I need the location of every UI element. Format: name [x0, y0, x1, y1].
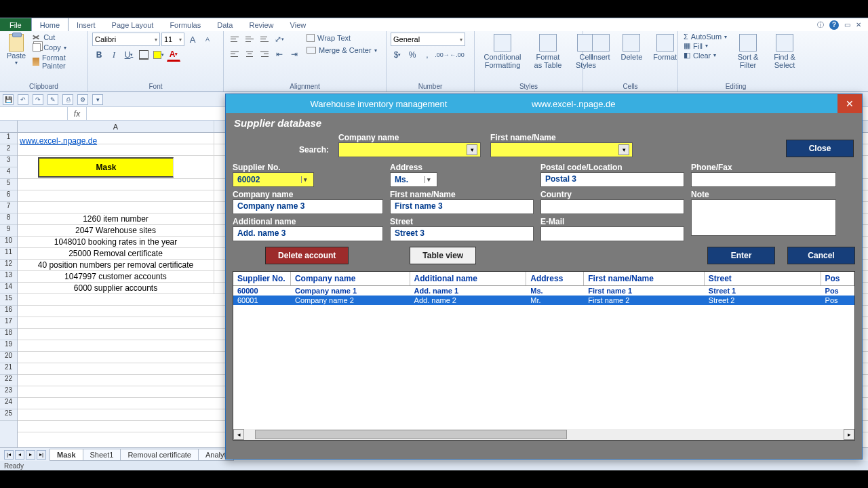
list-header-postal[interactable]: Pos: [821, 272, 854, 285]
autosum-button[interactable]: ΣAutoSum▾: [682, 33, 728, 41]
shrink-font-button[interactable]: A: [201, 33, 214, 46]
find-select-button[interactable]: Find & Select: [768, 33, 802, 70]
align-center-button[interactable]: [243, 47, 256, 61]
country-field[interactable]: [540, 199, 684, 214]
tab-formulas[interactable]: Formulas: [161, 18, 209, 31]
delete-account-button[interactable]: Delete account: [265, 247, 349, 264]
bold-button[interactable]: B: [92, 48, 106, 62]
sheet-tab-removal[interactable]: Removal certificate: [120, 449, 199, 461]
increase-indent-button[interactable]: ⇥: [288, 47, 301, 61]
tab-home[interactable]: Home: [31, 18, 68, 31]
tab-review[interactable]: Review: [241, 18, 281, 31]
align-bottom-button[interactable]: [258, 33, 271, 46]
tab-data[interactable]: Data: [209, 18, 241, 31]
qat-save-button[interactable]: 💾: [3, 94, 14, 105]
decrease-decimal-button[interactable]: ←.00: [450, 48, 464, 62]
note-field[interactable]: [691, 199, 836, 236]
sort-filter-button[interactable]: Sort & Filter: [731, 33, 765, 70]
help-icon[interactable]: ?: [829, 20, 839, 30]
percent-button[interactable]: %: [406, 48, 419, 62]
qat-redo-button[interactable]: ↷: [33, 94, 43, 105]
list-header-firstname[interactable]: First name/Name: [584, 272, 705, 285]
qat-dropdown[interactable]: ▾: [92, 94, 103, 105]
insert-cells-button[interactable]: Insert: [587, 33, 614, 62]
street-field[interactable]: Street 3: [390, 226, 534, 241]
firstname-field[interactable]: First name 3: [390, 199, 534, 214]
orientation-button[interactable]: ⤢▾: [273, 33, 286, 46]
font-size-combo[interactable]: 11▾: [161, 33, 184, 46]
qat-custom2-button[interactable]: ⎙: [62, 94, 73, 105]
fill-button[interactable]: ▦Fill▾: [682, 41, 728, 50]
decrease-indent-button[interactable]: ⇤: [273, 47, 286, 61]
italic-button[interactable]: I: [107, 48, 121, 62]
supplier-no-combo[interactable]: 60002▾: [233, 172, 314, 187]
list-scroll-left[interactable]: ◂: [233, 429, 244, 440]
comma-button[interactable]: ,: [420, 48, 434, 62]
tab-file[interactable]: File: [0, 18, 31, 31]
sheet-nav-last[interactable]: ▸|: [37, 450, 46, 460]
font-name-combo[interactable]: Calibri▾: [92, 33, 160, 46]
list-header-street[interactable]: Street: [705, 272, 821, 285]
dialog-close-icon[interactable]: ✕: [837, 94, 862, 113]
copy-button[interactable]: Copy▾: [31, 43, 83, 52]
tab-view[interactable]: View: [282, 18, 315, 31]
row-headers[interactable]: 1234567891011121314151617181920212223242…: [0, 133, 18, 457]
sheet-nav-prev[interactable]: ◂: [15, 450, 24, 460]
fill-color-button[interactable]: ▾: [152, 48, 165, 62]
border-button[interactable]: [137, 48, 151, 62]
paste-button[interactable]: Paste▾: [4, 33, 28, 67]
list-row[interactable]: 60001 Company name 2 Add. name 2 Mr. Fir…: [233, 296, 854, 305]
company-field[interactable]: Company name 3: [233, 199, 383, 214]
enter-button[interactable]: Enter: [707, 247, 775, 264]
currency-button[interactable]: $▾: [391, 48, 404, 62]
minimize-ribbon-icon[interactable]: ⓘ: [817, 20, 824, 30]
select-all-corner[interactable]: [0, 121, 18, 132]
underline-button[interactable]: U▾: [122, 48, 136, 62]
font-color-button[interactable]: A▾: [167, 48, 180, 62]
cut-button[interactable]: Cut: [31, 33, 83, 42]
list-row[interactable]: 60000 Company name 1 Add. name 1 Ms. Fir…: [233, 286, 854, 296]
number-format-combo[interactable]: General▾: [391, 33, 465, 46]
align-left-button[interactable]: [228, 47, 241, 61]
format-as-table-button[interactable]: Format as Table: [529, 33, 567, 70]
name-box[interactable]: [0, 107, 68, 120]
wrap-text-button[interactable]: Wrap Text: [304, 33, 353, 43]
increase-decimal-button[interactable]: .00→: [435, 48, 449, 62]
email-field[interactable]: [540, 226, 684, 241]
sheet-tab-mask[interactable]: Mask: [50, 449, 83, 461]
fx-icon[interactable]: fx: [68, 107, 87, 120]
grow-font-button[interactable]: A: [186, 33, 199, 46]
search-company-combo[interactable]: ▾: [338, 142, 481, 157]
postal-field[interactable]: Postal 3: [540, 172, 684, 187]
list-header-supplier[interactable]: Supplier No.: [233, 272, 291, 285]
window-restore-icon[interactable]: ▭: [844, 21, 850, 28]
conditional-formatting-button[interactable]: Conditional Formatting: [479, 33, 526, 70]
list-header-additional[interactable]: Additional name: [410, 272, 527, 285]
align-right-button[interactable]: [258, 47, 271, 61]
window-close-icon[interactable]: ✕: [856, 21, 861, 28]
merge-center-button[interactable]: Merge & Center▾: [304, 45, 380, 56]
list-scroll-thumb[interactable]: [255, 430, 567, 439]
clear-button[interactable]: ◧Clear▾: [682, 51, 728, 60]
search-firstname-combo[interactable]: ▾: [490, 142, 633, 157]
list-header-address[interactable]: Address: [526, 272, 584, 285]
tab-insert[interactable]: Insert: [68, 18, 104, 31]
mask-button-cell[interactable]: Mask: [38, 157, 174, 178]
close-button[interactable]: Close: [786, 140, 854, 157]
sheet-tab-sheet1[interactable]: Sheet1: [83, 449, 121, 461]
table-view-button[interactable]: Table view: [410, 247, 476, 264]
qat-undo-button[interactable]: ↶: [18, 94, 28, 105]
format-painter-button[interactable]: Format Painter: [31, 53, 83, 70]
phone-field[interactable]: [691, 172, 836, 187]
qat-custom1-button[interactable]: ✎: [47, 94, 58, 105]
align-top-button[interactable]: [228, 33, 241, 46]
address-combo[interactable]: Ms.▾: [390, 172, 437, 187]
col-header-a[interactable]: A: [18, 121, 214, 132]
sheet-nav-first[interactable]: |◂: [4, 450, 14, 460]
additional-field[interactable]: Add. name 3: [233, 226, 383, 241]
sheet-nav-next[interactable]: ▸: [26, 450, 35, 460]
format-cells-button[interactable]: Format: [649, 33, 681, 62]
align-middle-button[interactable]: [243, 33, 256, 46]
list-scroll-right[interactable]: ▸: [844, 429, 854, 440]
tab-page-layout[interactable]: Page Layout: [104, 18, 162, 31]
